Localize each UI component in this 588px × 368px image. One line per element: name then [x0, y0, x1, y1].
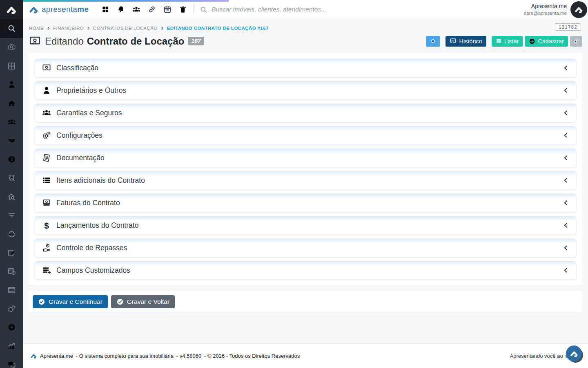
- sidebar-item-chat[interactable]: [0, 355, 23, 368]
- section-repasses[interactable]: Controle de Repasses: [34, 238, 577, 257]
- people-group-icon: [42, 108, 51, 117]
- handshake-icon: [7, 136, 16, 145]
- chevron-left-icon: [563, 87, 569, 94]
- page-header: Editando Contrato de Locação 167 Históri…: [23, 31, 588, 47]
- cogs-icon: [573, 38, 579, 44]
- accordion-panel: Classificação Proprietários e Outros Gar…: [29, 53, 582, 285]
- section-proprietarios[interactable]: Proprietários e Outros: [34, 81, 577, 100]
- certificate-icon: [42, 63, 51, 72]
- gear-icon: [430, 38, 436, 44]
- sidebar-item-reports[interactable]: [0, 337, 23, 356]
- sidebar-item-settings[interactable]: [0, 299, 23, 318]
- search-input[interactable]: [212, 6, 383, 13]
- sidebar-item-people[interactable]: [0, 112, 23, 131]
- section-lancamentos[interactable]: $ Lançamentos do Contrato: [34, 216, 577, 235]
- list-plus-icon: [42, 266, 51, 275]
- extra-settings-button[interactable]: [570, 36, 582, 47]
- sidebar-item-filters[interactable]: [0, 206, 23, 225]
- section-itens-adicionais[interactable]: Itens adicionais do Contrato: [34, 171, 577, 190]
- topbar: apresentame Apresenta.me apre@apresenta.…: [23, 0, 588, 19]
- chart-growth-icon: [7, 342, 16, 350]
- home-search-icon: [7, 193, 16, 201]
- divider: [193, 4, 194, 14]
- sidebar-item-contracts[interactable]: [0, 243, 23, 262]
- sidebar-item-website[interactable]: [0, 281, 23, 300]
- breadcrumb-home[interactable]: HOME: [29, 26, 44, 31]
- sidebar-item-dashboard[interactable]: [0, 56, 23, 75]
- user-tie-icon: [42, 86, 51, 95]
- chevron-left-icon: [563, 132, 569, 139]
- chevron-right-icon: [47, 27, 50, 30]
- sidebar-item-clients[interactable]: [0, 75, 23, 94]
- filter-icon: [7, 211, 16, 220]
- cadastrar-button[interactable]: Cadastrar: [525, 36, 568, 47]
- main-content: 121782 HOME FINANCEIRO CONTRATOS DE LOCA…: [23, 19, 588, 368]
- sidebar-item-advanced-search[interactable]: [0, 38, 23, 57]
- plus-circle-icon: [7, 323, 16, 332]
- chevron-right-icon: [160, 27, 164, 30]
- contract-number-badge: 167: [188, 37, 204, 45]
- search-icon: [7, 24, 16, 33]
- sidebar-item-financial[interactable]: [0, 150, 23, 169]
- chevron-left-icon: [563, 200, 569, 206]
- sidebar-item-alerts[interactable]: [0, 169, 23, 188]
- section-classificacao[interactable]: Classificação: [34, 58, 577, 77]
- sidebar-item-properties[interactable]: [0, 94, 23, 113]
- section-campos-customizados[interactable]: Campos Customizados: [34, 261, 577, 280]
- page-title: Contrato de Locação: [87, 36, 185, 47]
- list-icon: [42, 176, 51, 185]
- bell-icon[interactable]: [116, 4, 126, 14]
- certificate-icon: [29, 35, 41, 47]
- save-back-button[interactable]: Gravar e Voltar: [111, 295, 175, 308]
- save-continue-button[interactable]: Gravar e Continuar: [33, 295, 108, 308]
- breadcrumb-current: EDITANDO CONTRATO DE LOCAÇÃO #167: [167, 26, 269, 31]
- cogs-icon: [42, 131, 51, 140]
- search-oval-icon: [7, 43, 16, 52]
- chevron-left-icon: [563, 267, 569, 274]
- footer-copyright: Apresenta.me ~ O sistema completo para s…: [40, 353, 300, 359]
- brand-suffix: me: [77, 5, 89, 13]
- avatar-logo-icon: [574, 5, 584, 14]
- chevron-right-icon: [87, 27, 90, 30]
- user-block[interactable]: Apresenta.me apre@apresenta.me: [524, 1, 588, 18]
- section-documentacao[interactable]: Documentação: [34, 148, 577, 167]
- global-search: [200, 6, 524, 13]
- sidebar-item-deals[interactable]: [0, 131, 23, 150]
- settings-button[interactable]: [426, 36, 440, 47]
- link-icon[interactable]: [148, 5, 156, 13]
- sidebar-item-support[interactable]: [0, 225, 23, 244]
- brand-logo[interactable]: apresentame: [29, 4, 89, 15]
- sidebar-item-schedule[interactable]: [0, 262, 23, 281]
- section-faturas[interactable]: Faturas do Contrato: [34, 193, 577, 212]
- historico-button[interactable]: Histórico: [445, 36, 486, 47]
- money-check-icon: [42, 198, 51, 207]
- floating-help-button[interactable]: [566, 346, 582, 361]
- section-configuracoes[interactable]: Configurações: [34, 126, 577, 145]
- listar-button[interactable]: Listar: [492, 36, 523, 47]
- sidebar-item-add[interactable]: [0, 318, 23, 337]
- apps-grid-icon[interactable]: [101, 5, 109, 13]
- sidebar-logo[interactable]: [0, 0, 23, 19]
- fab-logo-icon: [570, 349, 579, 358]
- page-actions: Histórico Listar Cadastrar: [426, 36, 582, 47]
- cogs-icon: [7, 305, 16, 313]
- dollar-icon: $: [42, 221, 51, 230]
- page-title-prefix: Editando: [45, 36, 84, 47]
- search-icon: [200, 6, 207, 13]
- user-name: Apresenta.me: [524, 3, 567, 10]
- section-garantias[interactable]: Garantias e Seguros: [34, 103, 577, 122]
- footer: Apresenta.me ~ O sistema completo para s…: [23, 343, 588, 368]
- avatar[interactable]: [570, 1, 587, 18]
- sidebar-item-property-search[interactable]: [0, 187, 23, 206]
- sidebar-item-search[interactable]: [0, 19, 23, 38]
- dollar-circle-icon: [7, 155, 16, 164]
- trash-icon[interactable]: [179, 5, 187, 13]
- breadcrumb-financeiro[interactable]: FINANCEIRO: [53, 26, 84, 31]
- users-icon[interactable]: [132, 5, 140, 13]
- calendar-icon[interactable]: [163, 5, 172, 13]
- document-edit-icon: [7, 249, 16, 257]
- check-circle-icon: [116, 298, 124, 305]
- breadcrumb-contratos[interactable]: CONTRATOS DE LOCAÇÃO: [93, 26, 158, 31]
- window-grid-icon: [7, 62, 16, 70]
- plus-circle-icon: [529, 38, 535, 45]
